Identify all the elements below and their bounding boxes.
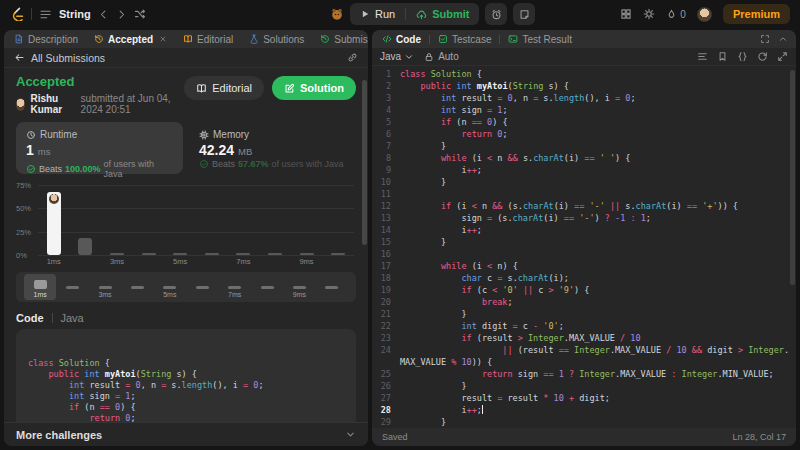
- editor-line-15[interactable]: 15 }: [372, 236, 796, 248]
- bar-slot-8ms[interactable]: [259, 185, 291, 255]
- back-arrow-icon[interactable]: [14, 52, 25, 63]
- editor-line-18[interactable]: 18 char c = s.charAt(i);: [372, 272, 796, 284]
- solution-button[interactable]: Solution: [272, 76, 356, 100]
- user-avatar[interactable]: [697, 7, 712, 22]
- snippets-braces-icon[interactable]: [737, 51, 748, 62]
- bookmark-icon[interactable]: [717, 51, 728, 62]
- editor-line-6[interactable]: 6 return 0;: [372, 128, 796, 140]
- streak-counter[interactable]: 0: [666, 9, 686, 20]
- bar-7ms[interactable]: [236, 253, 250, 255]
- editor-line-7[interactable]: 7 }: [372, 140, 796, 152]
- bar-slot-5ms[interactable]: [164, 185, 196, 255]
- editor-line-5[interactable]: 5 if (n == 0) {: [372, 116, 796, 128]
- bar-5ms[interactable]: [173, 253, 187, 255]
- more-challenges-row[interactable]: More challenges: [4, 422, 368, 446]
- chart-range-brush[interactable]: 1ms3ms5ms7ms9ms: [16, 272, 356, 302]
- bar-slot-2ms[interactable]: [70, 185, 102, 255]
- editor-line-24[interactable]: 24 || (result == Integer.MAX_VALUE / 10 …: [372, 344, 796, 356]
- prev-problem-icon[interactable]: [98, 9, 109, 20]
- tab-solutions[interactable]: Solutions: [247, 34, 306, 45]
- editor-line-11[interactable]: 11: [372, 188, 796, 200]
- chevron-down-icon[interactable]: [345, 429, 356, 440]
- bar-slot-4ms[interactable]: [133, 185, 165, 255]
- language-selector[interactable]: Java: [380, 51, 414, 62]
- notes-button[interactable]: [513, 3, 535, 25]
- tab-editorial[interactable]: Editorial: [181, 34, 235, 45]
- editor-line-29[interactable]: 29 }: [372, 416, 796, 428]
- brush-slot-6ms[interactable]: [186, 274, 218, 300]
- bar-10ms[interactable]: [331, 253, 345, 255]
- tab-submissions[interactable]: Submissions: [318, 34, 368, 45]
- editor-line-22[interactable]: 22 int digit = c - '0';: [372, 320, 796, 332]
- brush-slot-1ms[interactable]: 1ms: [24, 274, 56, 300]
- editor-line-28[interactable]: 28 i++;: [372, 404, 796, 416]
- tab-test-result[interactable]: Test Result: [506, 34, 573, 45]
- tab-accepted[interactable]: Accepted: [92, 34, 169, 45]
- brush-slot-4ms[interactable]: [121, 274, 153, 300]
- editor-line-wrap[interactable]: MAX_VALUE % 10)) {: [372, 356, 796, 368]
- bar-slot-6ms[interactable]: [196, 185, 228, 255]
- maximize-icon[interactable]: [760, 34, 770, 44]
- share-link-icon[interactable]: [347, 52, 358, 63]
- bar-8ms[interactable]: [268, 253, 282, 255]
- run-button[interactable]: Run: [350, 3, 405, 25]
- bar-slot-7ms[interactable]: [228, 185, 260, 255]
- collapse-chevron-icon[interactable]: [778, 34, 788, 44]
- editor-line-8[interactable]: 8 while (i < n && s.charAt(i) == ' ') {: [372, 152, 796, 164]
- runtime-card[interactable]: Runtime 1 ms Beats 100.00% of users with…: [16, 122, 183, 174]
- editor-line-9[interactable]: 9 i++;: [372, 164, 796, 176]
- editor-line-4[interactable]: 4 int sign = 1;: [372, 104, 796, 116]
- problem-nav-label[interactable]: String: [59, 8, 91, 20]
- premium-button[interactable]: Premium: [723, 4, 790, 24]
- editor-line-14[interactable]: 14 i++;: [372, 224, 796, 236]
- author-name[interactable]: Rishu Kumar: [30, 93, 75, 115]
- editor-line-25[interactable]: 25 return sign == 1 ? Integer.MAX_VALUE …: [372, 368, 796, 380]
- tab-description[interactable]: Description: [12, 34, 80, 45]
- brush-slot-3ms[interactable]: 3ms: [89, 274, 121, 300]
- memory-card[interactable]: Memory 42.24 MB Beats 57.67% of users wi…: [189, 122, 356, 174]
- left-scrollbar-thumb[interactable]: [362, 80, 367, 245]
- bar-9ms[interactable]: [300, 253, 314, 255]
- bar-6ms[interactable]: [205, 253, 219, 255]
- editor-line-20[interactable]: 20 break;: [372, 296, 796, 308]
- editor-line-2[interactable]: 2 public int myAtoi(String s) {: [372, 80, 796, 92]
- brush-slot-8ms[interactable]: [251, 274, 283, 300]
- close-icon[interactable]: [159, 35, 167, 43]
- leetcode-logo-icon[interactable]: [10, 7, 24, 21]
- bar-slot-3ms[interactable]: [101, 185, 133, 255]
- auto-mode-toggle[interactable]: Auto: [424, 51, 459, 62]
- brush-slot-10ms[interactable]: [316, 274, 348, 300]
- bar-3ms[interactable]: [110, 253, 124, 255]
- brush-slot-5ms[interactable]: 5ms: [154, 274, 186, 300]
- timer-button[interactable]: [485, 3, 507, 25]
- tab-code[interactable]: Code: [380, 34, 423, 45]
- format-code-icon[interactable]: [697, 51, 708, 62]
- highlighted-bar-1ms[interactable]: [47, 192, 61, 255]
- tab-testcase[interactable]: Testcase: [436, 34, 493, 45]
- settings-gear-icon[interactable]: [643, 8, 655, 20]
- editor-line-26[interactable]: 26 }: [372, 380, 796, 392]
- bar-slot-1ms[interactable]: [38, 185, 70, 255]
- editor-line-19[interactable]: 19 if (c < '0' || c > '9') {: [372, 284, 796, 296]
- editorial-button[interactable]: Editorial: [184, 76, 264, 100]
- submit-button[interactable]: Submit: [406, 3, 479, 25]
- editor-line-27[interactable]: 27 result = result * 10 + digit;: [372, 392, 796, 404]
- bar-slot-9ms[interactable]: [291, 185, 323, 255]
- bar-2ms[interactable]: [78, 238, 92, 255]
- editor-line-12[interactable]: 12 if (i < n && (s.charAt(i) == '-' || s…: [372, 200, 796, 212]
- editor-line-16[interactable]: 16: [372, 248, 796, 260]
- bar-4ms[interactable]: [142, 253, 156, 255]
- brush-slot-9ms[interactable]: 9ms: [283, 274, 315, 300]
- bar-slot-10ms[interactable]: [322, 185, 354, 255]
- fullscreen-expand-icon[interactable]: [777, 51, 788, 62]
- editor-line-13[interactable]: 13 sign = (s.charAt(i) == '-') ? -1 : 1;: [372, 212, 796, 224]
- brush-slot-7ms[interactable]: 7ms: [218, 274, 250, 300]
- editor-scrollbar-thumb[interactable]: [790, 70, 795, 285]
- problem-list-icon[interactable]: [39, 8, 52, 21]
- next-problem-icon[interactable]: [116, 9, 127, 20]
- editor-line-3[interactable]: 3 int result = 0, n = s.length(), i = 0;: [372, 92, 796, 104]
- editor-line-23[interactable]: 23 if (result > Integer.MAX_VALUE / 10: [372, 332, 796, 344]
- shuffle-icon[interactable]: [134, 8, 146, 20]
- layout-icon[interactable]: [620, 8, 632, 20]
- code-editor[interactable]: 1class Solution {2 public int myAtoi(Str…: [372, 66, 796, 428]
